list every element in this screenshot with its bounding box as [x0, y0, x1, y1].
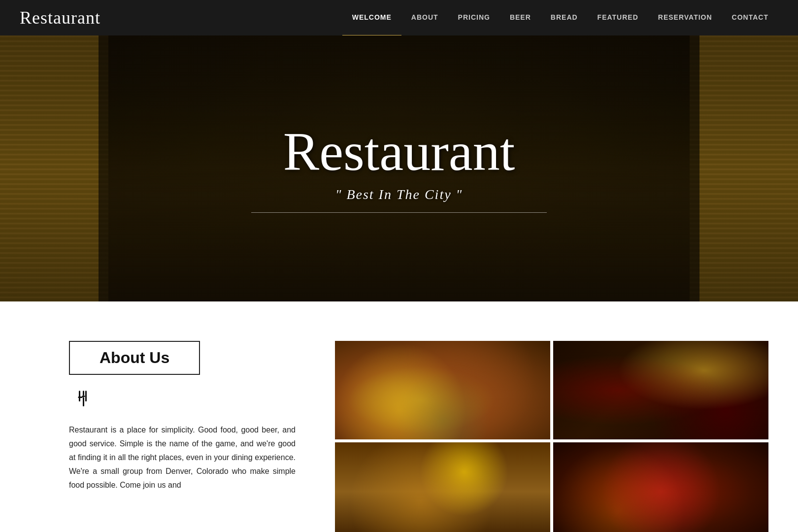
nav-link-featured[interactable]: FEATURED	[588, 0, 648, 35]
navbar: Restaurant WELCOME ABOUT PRICING BEER BR…	[0, 0, 798, 35]
utensils-icon	[69, 390, 296, 411]
nav-link-reservation[interactable]: RESERVATION	[648, 0, 722, 35]
nav-link-welcome[interactable]: WELCOME	[342, 0, 401, 36]
nav-link-beer[interactable]: BEER	[500, 0, 541, 35]
nav-item-reservation[interactable]: RESERVATION	[648, 0, 722, 36]
nav-item-contact[interactable]: CONTACT	[722, 0, 778, 36]
food-image-1	[335, 341, 550, 439]
about-food-grid	[335, 341, 798, 532]
food-image-3	[335, 442, 550, 532]
svg-rect-3	[83, 397, 84, 406]
nav-item-pricing[interactable]: PRICING	[448, 0, 500, 36]
nav-links: WELCOME ABOUT PRICING BEER BREAD FEATURE…	[342, 0, 778, 36]
about-body-text: Restaurant is a place for simplicity. Go…	[69, 423, 296, 492]
about-title-box: About Us	[69, 341, 200, 375]
about-left-panel: About Us Restaurant is a place for simpl…	[0, 341, 335, 492]
hero-title: Restaurant	[283, 125, 515, 179]
nav-link-bread[interactable]: BREAD	[541, 0, 588, 35]
site-logo[interactable]: Restaurant	[20, 7, 100, 28]
nav-item-featured[interactable]: FEATURED	[588, 0, 648, 36]
nav-link-pricing[interactable]: PRICING	[448, 0, 500, 35]
svg-rect-2	[82, 396, 85, 397]
about-title: About Us	[100, 349, 169, 366]
hero-divider	[251, 212, 547, 213]
svg-rect-1	[83, 391, 84, 396]
nav-item-about[interactable]: ABOUT	[401, 0, 448, 36]
svg-rect-4	[85, 391, 87, 401]
hero-content: Restaurant " Best In The City "	[0, 35, 798, 301]
nav-link-contact[interactable]: CONTACT	[722, 0, 778, 35]
hero-subtitle: " Best In The City "	[335, 187, 463, 202]
nav-item-beer[interactable]: BEER	[500, 0, 541, 36]
svg-rect-5	[78, 397, 83, 398]
food-image-4	[553, 442, 768, 532]
about-section: About Us Restaurant is a place for simpl…	[0, 301, 798, 532]
nav-item-welcome[interactable]: WELCOME	[342, 0, 401, 36]
hero-section: Restaurant " Best In The City "	[0, 35, 798, 301]
nav-item-bread[interactable]: BREAD	[541, 0, 588, 36]
nav-link-about[interactable]: ABOUT	[401, 0, 448, 35]
food-image-2	[553, 341, 768, 439]
svg-rect-0	[79, 391, 80, 401]
